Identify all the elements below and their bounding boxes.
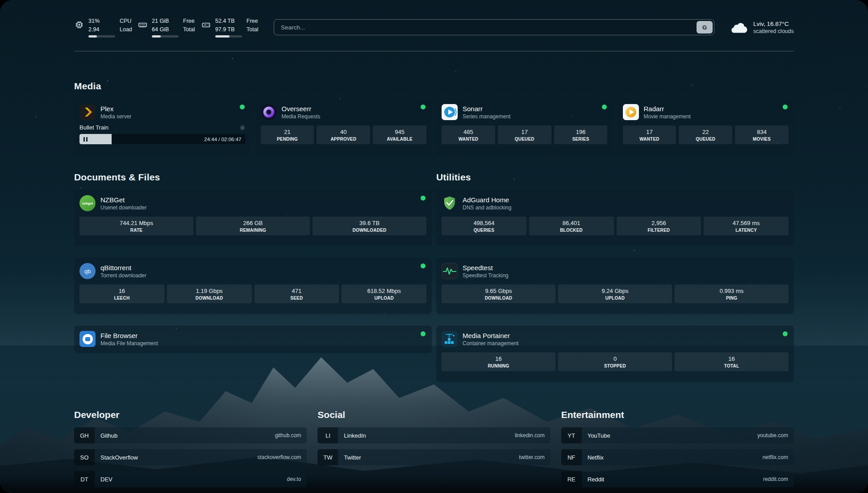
stat-remaining: 266 GBREMAINING [196,217,310,235]
bookmark-name: Twitter [344,454,361,461]
bookmark-abbr: SO [74,449,95,465]
bookmark-url: linkedin.com [515,432,545,439]
cloud-icon [730,21,748,34]
now-playing-title: Bullet Train [79,124,108,131]
bookmark-name: Reddit [588,476,605,483]
playback-time: 24:44 / 02:06:47 [204,137,241,142]
filebrowser-icon [79,331,96,347]
status-dot [783,104,788,109]
service-name: Radarr [644,105,691,113]
now-playing-row: Bullet Train [79,124,246,131]
service-card-speedtest[interactable]: Speedtest Speedtest Tracking 9.65 GbpsDO… [436,258,794,314]
status-dot [783,331,788,336]
bookmark-name: Netflix [588,454,604,461]
stat-total: 16TOTAL [675,352,789,371]
bookmark-youtube[interactable]: YT YouTube youtube.com [561,427,794,443]
bookmark-netflix[interactable]: NF Netflix netflix.com [561,449,794,465]
service-description: Media server [100,113,131,120]
snow-specks [0,0,1,1]
search-input[interactable] [274,19,714,35]
stat-wanted: 17WANTED [623,125,676,144]
bookmark-stackoverflow[interactable]: SO StackOverflow stackoverflow.com [74,449,307,465]
memory-free-label: Free [183,17,195,25]
bookmark-abbr: GH [74,427,95,443]
memory-widget: 21 GiB 64 GiB Free Total [138,17,196,37]
adguard-icon [442,195,458,211]
service-name: NZBGet [100,196,146,204]
status-dot [421,331,426,336]
cpu-load-label: Load [120,25,132,33]
bookmark-github[interactable]: GH Github github.com [74,427,307,443]
service-card-portainer[interactable]: Media Portainer Container management 16R… [436,326,794,382]
bookmark-dev[interactable]: DT DEV dev.to [74,471,307,487]
stats-row: 17WANTED 22QUEUED 834MOVIES [623,125,789,144]
utilities-column: Utilities AdGuard [436,172,794,382]
stat-leech: 16LEECH [79,284,164,303]
qbittorrent-icon: qb [79,263,96,279]
disk-free-label: Free [246,17,258,25]
lower-sections: Documents & Files nzbget NZBGet Usenet d… [74,172,794,382]
card-header: nzbget NZBGet Usenet downloader [79,195,426,211]
speedtest-icon [442,263,458,279]
bookmark-url: github.com [275,432,301,439]
bookmarks-title-entertainment: Entertainment [561,409,794,420]
cpu-progress-fill [88,35,97,38]
plex-icon [79,104,96,120]
service-card-radarr[interactable]: Radarr Movie management 17WANTED 22QUEUE… [618,99,794,155]
service-name: qBittorrent [100,264,146,272]
service-card-adguard[interactable]: AdGuard Home DNS and adblocking 498,564Q… [436,190,794,246]
header-divider [74,51,794,51]
overseerr-icon [261,104,277,120]
card-header: AdGuard Home DNS and adblocking [442,195,789,211]
status-dot [421,104,426,109]
stat-ping: 0.993 msPING [675,284,789,303]
search-bar: G [274,19,714,35]
service-card-qbittorrent[interactable]: qb qBittorrent Torrent downloader 16LEEC… [74,258,432,314]
bookmark-linkedin[interactable]: LI LinkedIn linkedin.com [317,427,550,443]
memory-total-label: Total [183,25,195,33]
service-card-overseerr[interactable]: Overseerr Media Requests 21PENDING 40APP… [255,99,432,155]
bookmark-reddit[interactable]: RE Reddit reddit.com [561,471,794,487]
bookmark-url: twitter.com [519,454,544,460]
stat-blocked: 86,401BLOCKED [529,217,614,235]
section-title-documents: Documents & Files [74,172,432,183]
cpu-widget: 31% 2.94 CPU Load [74,17,132,37]
card-header: qb qBittorrent Torrent downloader [79,263,426,279]
service-card-nzbget[interactable]: nzbget NZBGet Usenet downloader 744.21 M… [74,190,432,246]
service-description: Torrent downloader [100,272,146,279]
stat-approved: 40APPROVED [317,125,370,144]
gear-icon[interactable] [239,125,246,131]
service-card-plex[interactable]: Plex Media server Bullet Train 24:44 / 0… [74,99,251,155]
stat-download: 9.65 GbpsDOWNLOAD [442,284,555,303]
cpu-load-value: 2.94 [88,25,115,33]
search-provider-button[interactable]: G [697,21,713,33]
dashboard-content: 31% 2.94 CPU Load 21 Gi [0,0,868,493]
status-dot [240,104,245,109]
media-grid: Plex Media server Bullet Train 24:44 / 0… [74,99,794,155]
memory-progress-bar [152,35,179,38]
bookmarks-title-developer: Developer [74,409,307,420]
top-bar: 31% 2.94 CPU Load 21 Gi [74,13,794,41]
service-name: Media Portainer [463,332,518,339]
stat-filtered: 2,956FILTERED [617,217,701,235]
status-dot [421,263,426,268]
bookmark-twitter[interactable]: TW Twitter twitter.com [317,449,550,465]
status-dot [602,104,607,109]
stats-row: 21PENDING 40APPROVED 945AVAILABLE [261,125,427,144]
stat-queued: 17QUEUED [498,125,551,144]
service-name: Speedtest [463,264,509,272]
service-card-sonarr[interactable]: Sonarr Series management 485WANTED 17QUE… [436,99,613,155]
disk-free-value: 52.4 TB [215,17,242,25]
disk-widget: 52.4 TB 97.9 TB Free Total [201,17,259,37]
stat-queries: 498,564QUERIES [442,217,526,235]
pause-icon[interactable] [83,137,88,142]
bookmark-name: StackOverflow [100,454,138,461]
stat-download: 1.19 GbpsDOWNLOAD [167,284,252,303]
stat-upload: 618.52 MbpsUPLOAD [342,284,426,303]
stat-wanted: 485WANTED [442,125,495,144]
card-header: Speedtest Speedtest Tracking [442,263,789,279]
bookmarks-developer: Developer GH Github github.com SO StackO… [74,409,307,493]
service-card-filebrowser[interactable]: File Browser Media File Management [74,326,432,353]
sonarr-icon [442,104,458,120]
bookmark-name: LinkedIn [344,432,366,439]
